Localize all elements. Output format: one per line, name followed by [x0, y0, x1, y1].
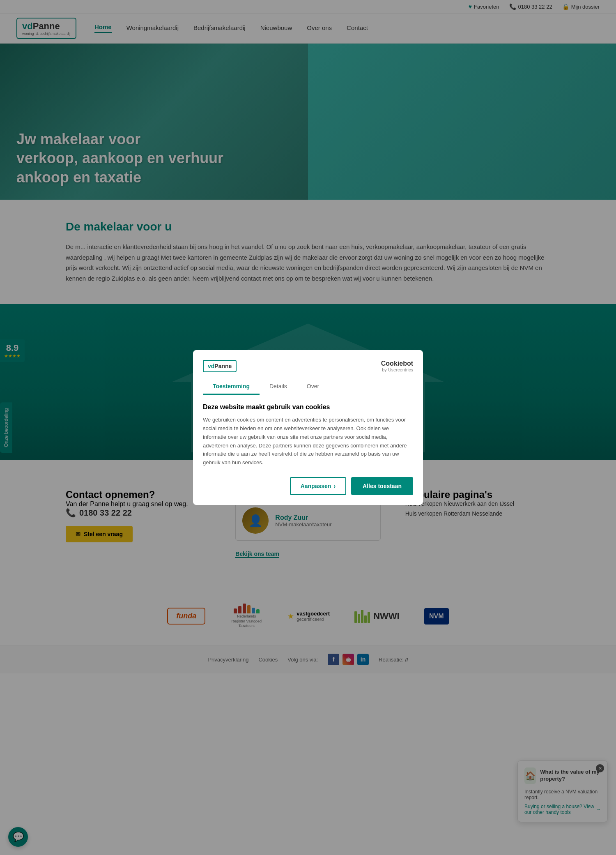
cookiebot-text: Cookiebot [381, 360, 413, 367]
cookie-buttons: Aanpassen › Alles toestaan [203, 477, 413, 495]
cookiebot-logo: Cookiebot by Usercentrics [381, 360, 413, 372]
btn-alles-toestaan[interactable]: Alles toestaan [351, 477, 413, 495]
cookiebot-by: by Usercentrics [381, 367, 413, 372]
cookie-modal-overlay[interactable]: vdPanne Cookiebot by Usercentrics Toeste… [0, 0, 616, 673]
tab-over[interactable]: Over [297, 379, 329, 395]
cookie-logo-vd: vd [208, 363, 214, 369]
vdpanne-cookie-logo: vdPanne [203, 360, 237, 372]
tab-details[interactable]: Details [260, 379, 297, 395]
tab-toestemming[interactable]: Toestemming [203, 379, 260, 395]
cookie-modal-header: vdPanne Cookiebot by Usercentrics [203, 360, 413, 372]
chevron-right-icon: › [333, 483, 336, 489]
cookie-tabs: Toestemming Details Over [203, 379, 413, 395]
cookie-title: Deze website maakt gebruik van cookies [203, 403, 413, 411]
aanpassen-label: Aanpassen [301, 483, 331, 489]
cookie-modal: vdPanne Cookiebot by Usercentrics Toeste… [193, 350, 423, 505]
cookie-logo-panne: Panne [214, 363, 232, 369]
cookie-text: We gebruiken cookies om content en adver… [203, 416, 413, 467]
btn-aanpassen[interactable]: Aanpassen › [290, 477, 346, 495]
